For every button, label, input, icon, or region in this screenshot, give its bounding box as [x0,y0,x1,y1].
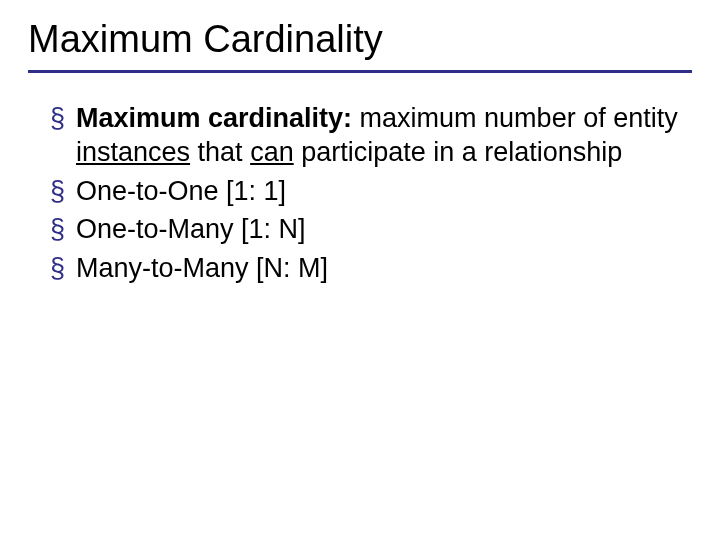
term-label: Maximum cardinality: [76,103,352,133]
title-underline [28,70,692,73]
bullet-text: that [190,137,250,167]
bullet-item: One-to-Many [1: N] [50,212,692,247]
bullet-item: One-to-One [1: 1] [50,174,692,209]
slide: Maximum Cardinality Maximum cardinality:… [0,0,720,540]
bullet-item: Maximum cardinality: maximum number of e… [50,101,692,170]
slide-title: Maximum Cardinality [28,18,692,62]
bullet-item: Many-to-Many [N: M] [50,251,692,286]
underlined-word: can [250,137,294,167]
bullet-text: maximum number of entity [352,103,678,133]
underlined-word: instances [76,137,190,167]
bullet-text: One-to-Many [1: N] [76,214,306,244]
bullet-list: Maximum cardinality: maximum number of e… [28,101,692,286]
bullet-text: participate in a relationship [294,137,623,167]
bullet-text: Many-to-Many [N: M] [76,253,328,283]
bullet-text: One-to-One [1: 1] [76,176,286,206]
